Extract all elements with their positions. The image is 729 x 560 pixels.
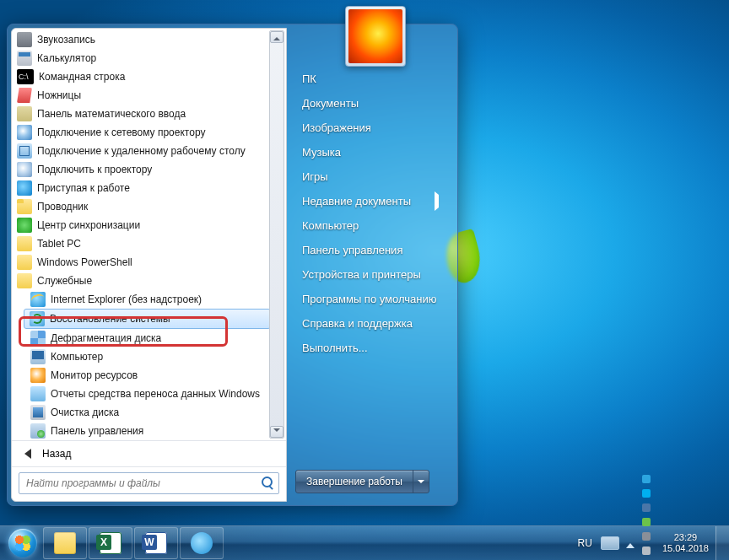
program-item[interactable]: Проводник bbox=[12, 197, 286, 216]
scroll-down-button[interactable] bbox=[270, 426, 284, 438]
skype-tray-icon[interactable] bbox=[640, 486, 654, 500]
program-label: Подключение к удаленному рабочему столу bbox=[37, 145, 246, 157]
program-item[interactable]: Подключение к удаленному рабочему столу bbox=[12, 142, 286, 160]
right-pane-label: Справка и поддержка bbox=[302, 317, 413, 330]
mic-icon bbox=[17, 32, 32, 47]
right-pane-item[interactable]: Игры bbox=[294, 164, 451, 189]
program-item[interactable]: Очистка диска bbox=[12, 403, 286, 422]
right-pane-item[interactable]: Программы по умолчанию bbox=[294, 287, 451, 311]
program-label: Компьютер bbox=[51, 351, 103, 363]
telegram-tray-icon[interactable] bbox=[640, 471, 654, 486]
taskbar-ie[interactable] bbox=[180, 527, 224, 559]
right-pane-label: Недавние документы bbox=[302, 195, 411, 207]
right-pane-label: ПК bbox=[302, 73, 316, 85]
program-item[interactable]: Ножницы bbox=[12, 86, 286, 105]
program-label: Internet Explorer (без надстроек) bbox=[51, 293, 202, 305]
vk-tray-icon[interactable] bbox=[640, 500, 654, 514]
program-label: Дефрагментация диска bbox=[51, 332, 161, 344]
language-indicator[interactable]: RU bbox=[578, 537, 592, 549]
user-avatar[interactable] bbox=[345, 6, 406, 67]
program-item[interactable]: Калькулятор bbox=[12, 49, 286, 67]
calc-icon bbox=[17, 51, 32, 66]
all-programs-list[interactable]: ЗвукозаписьКалькуляторКомандная строкаНо… bbox=[12, 29, 286, 440]
right-pane-label: Устройства и принтеры bbox=[302, 268, 421, 281]
excel-icon bbox=[100, 532, 122, 554]
camera-tray-icon[interactable] bbox=[640, 543, 654, 557]
start-menu-right-pane: ПКДокументыИзображенияМузыкаИгрыНедавние… bbox=[287, 24, 457, 505]
keyboard-icon[interactable] bbox=[601, 536, 619, 550]
search-row bbox=[12, 466, 286, 501]
right-pane-item[interactable]: Устройства и принтеры bbox=[294, 262, 451, 287]
right-pane-item[interactable]: Документы bbox=[294, 91, 451, 116]
program-item[interactable]: Tablet PC bbox=[12, 234, 286, 253]
right-pane-item[interactable]: Недавние документы bbox=[294, 189, 451, 213]
show-desktop-button[interactable] bbox=[716, 526, 729, 560]
taskbar-word[interactable] bbox=[134, 527, 178, 559]
tray-overflow-icon[interactable] bbox=[626, 539, 634, 548]
program-label: Звукозапись bbox=[37, 34, 95, 46]
cpanel-icon bbox=[30, 423, 46, 439]
shutdown-options-arrow[interactable] bbox=[413, 471, 429, 493]
program-item[interactable]: Дефрагментация диска bbox=[12, 329, 286, 347]
right-pane-label: Изображения bbox=[302, 121, 371, 134]
disk-tray-icon[interactable] bbox=[640, 529, 654, 543]
program-label: Отчеты средства переноса данных Windows bbox=[51, 388, 260, 400]
program-label: Центр синхронизации bbox=[37, 219, 140, 231]
defrag-icon bbox=[30, 331, 46, 346]
program-label: Подключение к сетевому проектору bbox=[37, 127, 205, 138]
program-label: Служебные bbox=[37, 275, 92, 287]
right-pane-item[interactable]: ПК bbox=[294, 67, 451, 91]
program-label: Панель управления bbox=[51, 425, 143, 437]
clean-icon bbox=[30, 405, 46, 420]
program-item[interactable]: Подключение к сетевому проектору bbox=[12, 123, 286, 142]
right-pane-label: Игры bbox=[302, 170, 328, 183]
program-item[interactable]: Звукозапись bbox=[12, 30, 286, 49]
program-item[interactable]: Монитор ресурсов bbox=[12, 366, 286, 385]
folder-icon bbox=[17, 273, 32, 288]
back-label: Назад bbox=[42, 448, 71, 460]
program-item[interactable]: Подключить к проектору bbox=[12, 160, 286, 179]
start-icon bbox=[17, 180, 32, 196]
proj2-icon bbox=[17, 162, 32, 177]
right-pane-label: Документы bbox=[302, 97, 359, 110]
folder-icon bbox=[17, 255, 32, 270]
right-pane-item[interactable]: Музыка bbox=[294, 140, 451, 164]
right-pane-item[interactable]: Выполнить... bbox=[294, 336, 451, 360]
math-icon bbox=[17, 106, 32, 121]
taskbar-excel[interactable] bbox=[89, 527, 132, 559]
utorrent-tray-icon[interactable] bbox=[640, 514, 654, 529]
program-item[interactable]: Центр синхронизации bbox=[12, 216, 286, 234]
search-box[interactable] bbox=[19, 472, 279, 494]
program-item[interactable]: Приступая к работе bbox=[12, 179, 286, 197]
clock[interactable]: 23:29 15.04.2018 bbox=[662, 532, 709, 554]
program-item[interactable]: Компьютер bbox=[12, 347, 286, 366]
program-label: Windows PowerShell bbox=[37, 256, 132, 268]
right-pane-item[interactable]: Компьютер bbox=[294, 213, 451, 238]
scroll-up-button[interactable] bbox=[270, 31, 284, 43]
snip-icon bbox=[17, 88, 32, 103]
shutdown-row: Завершение работы bbox=[294, 466, 451, 498]
program-label: Ножницы bbox=[37, 89, 81, 101]
migrate-icon bbox=[30, 386, 46, 401]
program-item[interactable]: Windows PowerShell bbox=[12, 253, 286, 272]
program-item[interactable]: Панель математического ввода bbox=[12, 105, 286, 123]
program-label: Приступая к работе bbox=[37, 182, 130, 194]
start-button[interactable] bbox=[3, 527, 42, 559]
program-item[interactable]: Internet Explorer (без надстроек) bbox=[12, 290, 286, 309]
search-input[interactable] bbox=[19, 477, 278, 489]
program-item[interactable]: Служебные bbox=[12, 272, 286, 290]
taskbar-explorer[interactable] bbox=[43, 527, 87, 559]
program-item[interactable]: Восстановление системы bbox=[24, 309, 271, 329]
program-item[interactable]: Командная строка bbox=[12, 67, 286, 86]
sync-icon bbox=[17, 218, 32, 233]
shutdown-button[interactable]: Завершение работы bbox=[295, 470, 429, 493]
program-label: Панель математического ввода bbox=[37, 108, 186, 120]
program-item[interactable]: Панель управления bbox=[12, 422, 286, 440]
avatar-image bbox=[348, 9, 402, 63]
program-item[interactable]: Отчеты средства переноса данных Windows bbox=[12, 385, 286, 403]
right-pane-item[interactable]: Справка и поддержка bbox=[294, 311, 451, 336]
right-pane-item[interactable]: Панель управления bbox=[294, 238, 451, 262]
right-pane-item[interactable]: Изображения bbox=[294, 116, 451, 140]
taskbar: RU 23:29 15.04.2018 bbox=[0, 525, 729, 560]
back-button[interactable]: Назад bbox=[12, 440, 286, 466]
